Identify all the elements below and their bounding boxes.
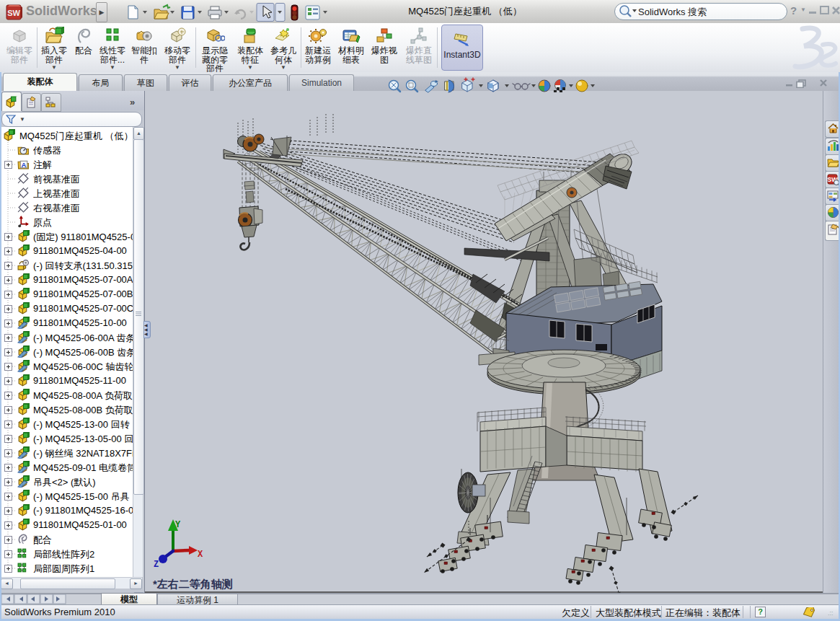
svg-text:Y: Y <box>175 520 181 530</box>
svg-text:A: A <box>22 161 27 169</box>
svg-text:Z: Z <box>154 560 159 570</box>
svg-text:SW: SW <box>7 9 20 17</box>
svg-text:X: X <box>198 550 203 560</box>
